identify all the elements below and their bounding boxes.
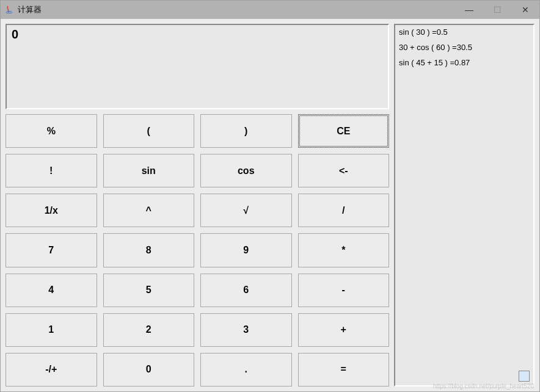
backspace-button[interactable]: <- [298,154,390,187]
ce-button[interactable]: CE [298,114,390,148]
percent-button[interactable]: % [5,114,97,148]
negate-button[interactable]: -/+ [5,353,97,387]
minimize-button[interactable]: — [455,1,483,19]
sqrt-button[interactable]: √ [200,194,292,227]
client-area: 0 %()CE!sincos<-1/x^√/789*456-123+-/+0.=… [1,19,539,391]
reciprocal-button[interactable]: 1/x [5,194,97,227]
window-title: 计算器 [18,4,42,15]
cos-button[interactable]: cos [200,154,292,187]
java-icon [4,5,14,15]
rparen-button[interactable]: ) [200,114,292,148]
d9-button[interactable]: 9 [200,233,292,267]
lparen-button[interactable]: ( [103,114,195,148]
titlebar: 计算器 — ☐ ✕ [1,1,539,19]
app-window: 计算器 — ☐ ✕ 0 %()CE!sincos<-1/x^√/789*456-… [0,0,540,392]
minus-button[interactable]: - [298,274,390,307]
history-panel: sin ( 30 ) =0.530 + cos ( 60 ) =30.5 sin… [394,24,535,387]
calculator-panel: 0 %()CE!sincos<-1/x^√/789*456-123+-/+0.= [5,24,389,387]
plus-button[interactable]: + [298,313,390,347]
d7-button[interactable]: 7 [5,233,97,267]
factorial-button[interactable]: ! [5,154,97,187]
sin-button[interactable]: sin [103,154,195,187]
d5-button[interactable]: 5 [103,274,195,307]
maximize-button[interactable]: ☐ [483,1,511,19]
d0-button[interactable]: 0 [103,353,195,387]
equals-button[interactable]: = [298,353,390,387]
d4-button[interactable]: 4 [5,274,97,307]
close-button[interactable]: ✕ [511,1,539,19]
d6-button[interactable]: 6 [200,274,292,307]
history-line: sin ( 30 ) =0.5 [399,27,530,37]
resize-grip-icon [519,371,530,382]
d2-button[interactable]: 2 [103,313,195,347]
power-button[interactable]: ^ [103,194,195,227]
display-value: 0 [12,27,18,41]
button-grid: %()CE!sincos<-1/x^√/789*456-123+-/+0.= [5,114,389,387]
d1-button[interactable]: 1 [5,313,97,347]
d3-button[interactable]: 3 [200,313,292,347]
multiply-button[interactable]: * [298,233,390,267]
history-list: sin ( 30 ) =0.530 + cos ( 60 ) =30.5 sin… [399,27,530,73]
d8-button[interactable]: 8 [103,233,195,267]
history-line: sin ( 45 + 15 ) =0.87 [399,58,530,67]
history-line: 30 + cos ( 60 ) =30.5 [399,43,530,52]
decimal-button[interactable]: . [200,353,292,387]
display: 0 [5,24,389,109]
divide-button[interactable]: / [298,194,390,227]
